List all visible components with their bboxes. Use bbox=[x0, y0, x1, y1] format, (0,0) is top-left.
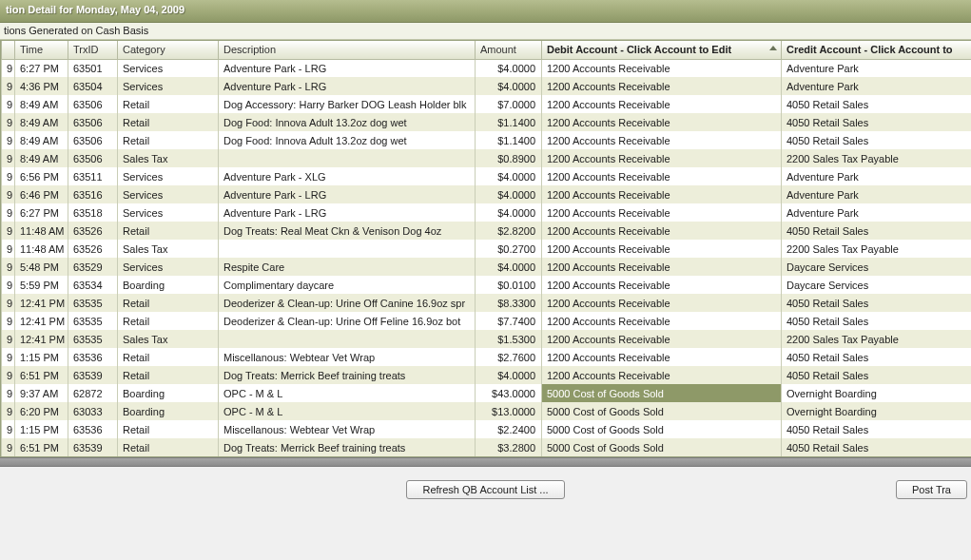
cell-description[interactable]: Adventure Park - LRG bbox=[219, 185, 476, 203]
cell-trxid[interactable]: 63506 bbox=[68, 95, 118, 113]
cell-credit-account[interactable]: 4050 Retail Sales bbox=[782, 222, 972, 240]
cell-credit-account[interactable]: Adventure Park bbox=[782, 203, 972, 222]
cell-debit-account[interactable]: 1200 Accounts Receivable bbox=[542, 294, 782, 312]
table-row[interactable]: 96:51 PM63539RetailDog Treats: Merrick B… bbox=[2, 438, 972, 456]
table-row[interactable]: 91:15 PM63536RetailMiscellanous: Webtear… bbox=[2, 348, 972, 366]
cell-time[interactable]: 6:27 PM bbox=[15, 59, 68, 77]
cell-trxid[interactable]: 63536 bbox=[68, 348, 118, 366]
table-row[interactable]: 96:20 PM63033BoardingOPC - M & L$13.0000… bbox=[2, 402, 972, 420]
cell-date[interactable]: 9 bbox=[2, 294, 15, 312]
cell-credit-account[interactable]: 4050 Retail Sales bbox=[782, 95, 972, 113]
col-trxid[interactable]: TrxID bbox=[68, 41, 118, 59]
cell-time[interactable]: 11:48 AM bbox=[15, 222, 68, 240]
cell-date[interactable]: 9 bbox=[2, 167, 15, 185]
cell-amount[interactable]: $2.8200 bbox=[476, 222, 542, 240]
cell-credit-account[interactable]: 4050 Retail Sales bbox=[782, 348, 972, 366]
cell-description[interactable]: Respite Care bbox=[219, 258, 476, 276]
table-row[interactable]: 99:37 AM62872BoardingOPC - M & L$43.0000… bbox=[2, 384, 972, 402]
cell-time[interactable]: 11:48 AM bbox=[15, 240, 68, 258]
col-credit-account[interactable]: Credit Account - Click Account to bbox=[782, 41, 972, 59]
cell-category[interactable]: Retail bbox=[118, 312, 219, 330]
cell-debit-account[interactable]: 1200 Accounts Receivable bbox=[542, 167, 782, 185]
cell-trxid[interactable]: 63529 bbox=[68, 258, 118, 276]
cell-credit-account[interactable]: Daycare Services bbox=[782, 276, 972, 294]
cell-date[interactable]: 9 bbox=[2, 131, 15, 149]
table-row[interactable]: 96:56 PM63511ServicesAdventure Park - XL… bbox=[2, 167, 972, 185]
cell-description[interactable]: OPC - M & L bbox=[219, 384, 476, 402]
cell-debit-account[interactable]: 1200 Accounts Receivable bbox=[542, 77, 782, 95]
cell-amount[interactable]: $2.7600 bbox=[476, 348, 542, 366]
cell-category[interactable]: Sales Tax bbox=[118, 240, 219, 258]
cell-debit-account[interactable]: 1200 Accounts Receivable bbox=[542, 222, 782, 240]
cell-time[interactable]: 5:48 PM bbox=[15, 258, 68, 276]
cell-date[interactable]: 9 bbox=[2, 113, 15, 131]
cell-category[interactable]: Retail bbox=[118, 438, 219, 456]
cell-trxid[interactable]: 63526 bbox=[68, 222, 118, 240]
cell-debit-account[interactable]: 1200 Accounts Receivable bbox=[542, 240, 782, 258]
cell-category[interactable]: Boarding bbox=[118, 402, 219, 420]
cell-credit-account[interactable]: Adventure Park bbox=[782, 185, 972, 203]
cell-trxid[interactable]: 63539 bbox=[68, 438, 118, 456]
cell-date[interactable]: 9 bbox=[2, 77, 15, 95]
cell-date[interactable]: 9 bbox=[2, 384, 15, 402]
cell-amount[interactable]: $8.3300 bbox=[476, 294, 542, 312]
cell-description[interactable]: Miscellanous: Webtear Vet Wrap bbox=[219, 348, 476, 366]
cell-credit-account[interactable]: 4050 Retail Sales bbox=[782, 420, 972, 438]
cell-category[interactable]: Services bbox=[118, 185, 219, 203]
cell-credit-account[interactable]: 2200 Sales Tax Payable bbox=[782, 240, 972, 258]
cell-date[interactable]: 9 bbox=[2, 348, 15, 366]
cell-credit-account[interactable]: 4050 Retail Sales bbox=[782, 366, 972, 384]
cell-amount[interactable]: $4.0000 bbox=[476, 203, 542, 222]
cell-time[interactable]: 12:41 PM bbox=[15, 330, 68, 348]
cell-date[interactable]: 9 bbox=[2, 203, 15, 222]
cell-time[interactable]: 8:49 AM bbox=[15, 131, 68, 149]
cell-amount[interactable]: $4.0000 bbox=[476, 185, 542, 203]
cell-category[interactable]: Retail bbox=[118, 294, 219, 312]
cell-credit-account[interactable]: Daycare Services bbox=[782, 258, 972, 276]
cell-credit-account[interactable]: Adventure Park bbox=[782, 59, 972, 77]
cell-category[interactable]: Services bbox=[118, 77, 219, 95]
cell-amount[interactable]: $4.0000 bbox=[476, 77, 542, 95]
col-category[interactable]: Category bbox=[118, 41, 219, 59]
cell-time[interactable]: 6:51 PM bbox=[15, 366, 68, 384]
table-row[interactable]: 96:46 PM63516ServicesAdventure Park - LR… bbox=[2, 185, 972, 203]
cell-category[interactable]: Boarding bbox=[118, 276, 219, 294]
cell-description[interactable]: Adventure Park - LRG bbox=[219, 59, 476, 77]
cell-time[interactable]: 8:49 AM bbox=[15, 113, 68, 131]
col-debit-account[interactable]: Debit Account - Click Account to Edit bbox=[542, 41, 782, 59]
cell-category[interactable]: Retail bbox=[118, 420, 219, 438]
cell-category[interactable]: Retail bbox=[118, 348, 219, 366]
cell-time[interactable]: 6:27 PM bbox=[15, 203, 68, 222]
cell-amount[interactable]: $4.0000 bbox=[476, 366, 542, 384]
cell-trxid[interactable]: 63535 bbox=[68, 294, 118, 312]
cell-trxid[interactable]: 62872 bbox=[68, 384, 118, 402]
cell-time[interactable]: 6:51 PM bbox=[15, 438, 68, 456]
cell-description[interactable]: Dog Food: Innova Adult 13.2oz dog wet bbox=[219, 131, 476, 149]
cell-category[interactable]: Boarding bbox=[118, 384, 219, 402]
cell-description[interactable]: Dog Treats: Merrick Beef training treats bbox=[219, 438, 476, 456]
cell-debit-account[interactable]: 1200 Accounts Receivable bbox=[542, 276, 782, 294]
cell-amount[interactable]: $7.7400 bbox=[476, 312, 542, 330]
cell-credit-account[interactable]: 2200 Sales Tax Payable bbox=[782, 330, 972, 348]
cell-date[interactable]: 9 bbox=[2, 312, 15, 330]
cell-trxid[interactable]: 63536 bbox=[68, 420, 118, 438]
post-transactions-button[interactable]: Post Tra bbox=[896, 480, 967, 499]
cell-description[interactable]: Miscellanous: Webtear Vet Wrap bbox=[219, 420, 476, 438]
cell-amount[interactable]: $4.0000 bbox=[476, 167, 542, 185]
cell-date[interactable]: 9 bbox=[2, 95, 15, 113]
cell-debit-account[interactable]: 5000 Cost of Goods Sold bbox=[542, 420, 782, 438]
cell-description[interactable]: Deoderizer & Clean-up: Urine Off Canine … bbox=[219, 294, 476, 312]
cell-trxid[interactable]: 63534 bbox=[68, 276, 118, 294]
cell-trxid[interactable]: 63501 bbox=[68, 59, 118, 77]
cell-credit-account[interactable]: Adventure Park bbox=[782, 77, 972, 95]
table-row[interactable]: 98:49 AM63506RetailDog Food: Innova Adul… bbox=[2, 131, 972, 149]
cell-date[interactable]: 9 bbox=[2, 258, 15, 276]
cell-debit-account[interactable]: 5000 Cost of Goods Sold bbox=[542, 438, 782, 456]
table-row[interactable]: 98:49 AM63506Sales Tax$0.89001200 Accoun… bbox=[2, 149, 972, 167]
cell-credit-account[interactable]: 4050 Retail Sales bbox=[782, 312, 972, 330]
cell-credit-account[interactable]: Adventure Park bbox=[782, 167, 972, 185]
cell-trxid[interactable]: 63033 bbox=[68, 402, 118, 420]
cell-category[interactable]: Retail bbox=[118, 95, 219, 113]
cell-description[interactable]: Adventure Park - LRG bbox=[219, 203, 476, 222]
table-row[interactable]: 912:41 PM63535Sales Tax$1.53001200 Accou… bbox=[2, 330, 972, 348]
